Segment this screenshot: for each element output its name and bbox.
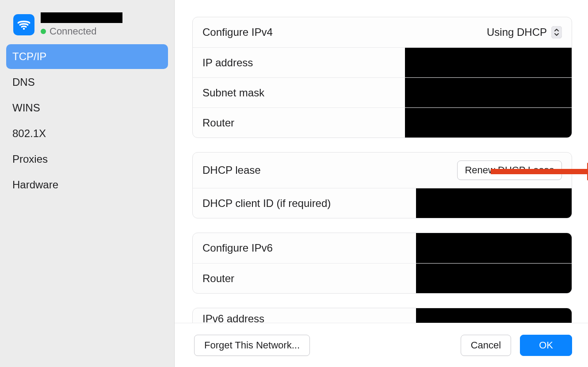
- wifi-icon: [13, 14, 34, 35]
- row-ipv6-address: IPv6 address: [193, 308, 572, 323]
- connection-status: Connected: [41, 26, 122, 37]
- label-configure-ipv4: Configure IPv4: [202, 26, 273, 38]
- ip-address-redacted: [405, 48, 572, 77]
- sidebar: Connected TCP/IP DNS WINS 802.1X Proxies…: [0, 0, 175, 367]
- label-subnet-mask: Subnet mask: [202, 87, 264, 99]
- row-configure-ipv6: Configure IPv6: [193, 233, 572, 263]
- footer-bar: Forget This Network... Cancel OK: [175, 323, 588, 367]
- label-ipv6-address: IPv6 address: [202, 313, 264, 323]
- updown-stepper-icon: [551, 26, 562, 38]
- renew-dhcp-lease-button[interactable]: Renew DHCP Lease: [457, 161, 562, 180]
- ipv4-panel: Configure IPv4 Using DHCP IP address: [192, 17, 572, 138]
- sidebar-item-proxies[interactable]: Proxies: [6, 147, 168, 172]
- subnet-mask-redacted: [405, 78, 572, 107]
- label-configure-ipv6: Configure IPv6: [202, 242, 273, 254]
- status-dot-icon: [41, 29, 46, 34]
- cancel-button[interactable]: Cancel: [461, 335, 511, 356]
- label-dhcp-client-id: DHCP client ID (if required): [202, 197, 331, 210]
- dhcp-client-id-redacted: [416, 188, 572, 218]
- dhcp-panel: DHCP lease Renew DHCP Lease DHCP client …: [192, 152, 572, 218]
- row-router-ipv6: Router: [193, 263, 572, 293]
- configure-ipv4-value: Using DHCP: [487, 26, 547, 38]
- forget-network-button[interactable]: Forget This Network...: [194, 335, 310, 356]
- row-dhcp-client-id: DHCP client ID (if required): [193, 188, 572, 218]
- row-ip-address: IP address: [193, 47, 572, 77]
- label-router-ipv6: Router: [202, 272, 234, 285]
- sidebar-item-wins[interactable]: WINS: [6, 96, 168, 120]
- network-name-redacted: [41, 12, 122, 23]
- label-router-ipv4: Router: [202, 117, 234, 129]
- ipv6-address-panel: IPv6 address: [192, 308, 572, 323]
- settings-scroll: Configure IPv4 Using DHCP IP address: [175, 0, 588, 323]
- sidebar-item-tcpip[interactable]: TCP/IP: [6, 44, 168, 69]
- router-ipv4-redacted: [405, 108, 572, 138]
- main-content: Configure IPv4 Using DHCP IP address: [175, 0, 588, 367]
- svg-point-0: [23, 28, 25, 30]
- router-ipv6-redacted: [416, 264, 572, 293]
- status-text: Connected: [50, 26, 96, 37]
- ipv6-address-redacted: [416, 308, 572, 323]
- row-subnet-mask: Subnet mask: [193, 77, 572, 107]
- ok-button[interactable]: OK: [520, 335, 572, 356]
- row-router-ipv4: Router: [193, 107, 572, 138]
- ipv6-panel: Configure IPv6 Router: [192, 233, 572, 294]
- network-header: Connected: [0, 0, 174, 44]
- configure-ipv6-redacted: [416, 233, 572, 263]
- label-ip-address: IP address: [202, 57, 253, 69]
- configure-ipv4-select[interactable]: Using DHCP: [487, 26, 562, 38]
- sidebar-item-8021x[interactable]: 802.1X: [6, 121, 168, 146]
- sidebar-item-dns[interactable]: DNS: [6, 70, 168, 95]
- row-dhcp-lease: DHCP lease Renew DHCP Lease: [193, 153, 572, 188]
- row-configure-ipv4: Configure IPv4 Using DHCP: [193, 17, 572, 47]
- label-dhcp-lease: DHCP lease: [202, 164, 261, 176]
- sidebar-list: TCP/IP DNS WINS 802.1X Proxies Hardware: [0, 44, 174, 198]
- sidebar-item-hardware[interactable]: Hardware: [6, 172, 168, 197]
